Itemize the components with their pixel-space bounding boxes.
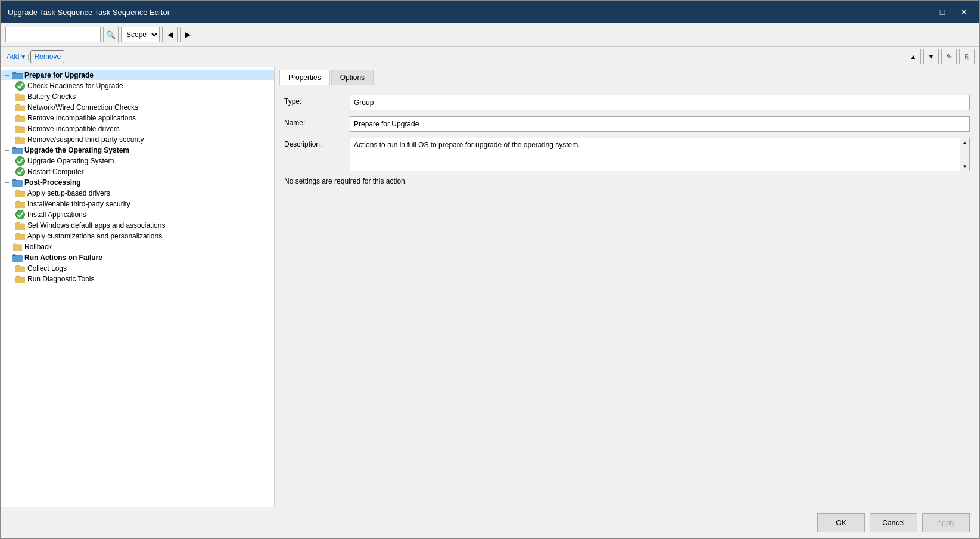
svg-point-0 [16, 82, 25, 91]
scroll-up-icon: ▲ [963, 140, 967, 145]
apply-button[interactable]: Apply [922, 513, 970, 532]
properties-area: Type: Name: Description: ▲ ▼ [275, 85, 979, 507]
folder-icon [15, 103, 26, 111]
back-button[interactable]: ◀ [162, 27, 178, 42]
name-label: Name: [284, 116, 350, 127]
check-icon [15, 82, 26, 90]
search-icon: 🔍 [106, 30, 116, 39]
type-label: Type: [284, 95, 350, 106]
main-window: Upgrade Task Sequence Task Sequence Edit… [0, 0, 980, 539]
folder-icon [15, 125, 26, 133]
action-bar-right: ▲ ▼ ✎ ⎘ [904, 49, 975, 64]
main-content: ─ Prepare for Upgrade Check Readiness fo… [1, 67, 979, 507]
action-bar: Add ▼ | Remove ▲ ▼ ✎ ⎘ [1, 47, 979, 67]
tab-options[interactable]: Options [331, 70, 374, 85]
close-button[interactable]: ✕ [956, 5, 972, 19]
minimize-button[interactable]: — [913, 5, 929, 19]
list-item[interactable]: Apply setup-based drivers [1, 188, 274, 199]
icon-btn-3[interactable]: ✎ [941, 49, 957, 64]
list-item[interactable]: Upgrade Operating System [1, 156, 274, 166]
item-label: Upgrade Operating System [27, 157, 114, 165]
list-item[interactable]: Set Windows default apps and association… [1, 220, 274, 231]
window-title: Upgrade Task Sequence Task Sequence Edit… [8, 8, 170, 17]
item-label: Set Windows default apps and association… [27, 221, 165, 230]
check-icon [15, 210, 26, 219]
move-up-button[interactable]: ▲ [906, 49, 921, 64]
move-up-icon: ▲ [910, 53, 917, 60]
folder-icon [15, 221, 26, 230]
folder-icon [12, 243, 23, 251]
remove-button[interactable]: Remove [30, 50, 64, 63]
tabs-bar: Properties Options [275, 67, 979, 85]
group-folder-icon [12, 146, 23, 154]
list-item[interactable]: Run Diagnostic Tools [1, 274, 274, 284]
list-item[interactable]: Network/Wired Connection Checks [1, 102, 274, 113]
item-label: Run Actions on Failure [24, 253, 102, 262]
search-button[interactable]: 🔍 [103, 27, 119, 42]
group-folder-icon [12, 253, 23, 262]
folder-icon [15, 200, 26, 208]
add-dropdown: Add ▼ [5, 51, 26, 62]
list-item[interactable]: Remove/suspend third-party security [1, 134, 274, 145]
list-item[interactable]: Install/enable third-party security [1, 199, 274, 209]
list-item[interactable]: Check Readiness for Upgrade [1, 80, 274, 91]
type-input[interactable] [350, 95, 970, 110]
list-item[interactable]: ─ Post-Processing [1, 177, 274, 188]
add-dropdown-arrow[interactable]: ▼ [20, 52, 26, 61]
scope-dropdown[interactable]: Scope [121, 27, 160, 42]
tab-properties[interactable]: Properties [279, 70, 330, 85]
scroll-down-icon: ▼ [963, 164, 967, 169]
check-icon [15, 168, 26, 176]
toolbar: 🔍 Scope ◀ ▶ [1, 23, 979, 47]
group-folder-icon [12, 178, 23, 187]
expand-icon: ─ [3, 146, 11, 154]
list-item[interactable]: ─ Upgrade the Operating System [1, 145, 274, 156]
description-wrapper: ▲ ▼ [350, 138, 970, 171]
list-item[interactable]: Install Applications [1, 209, 274, 220]
item-label: Remove incompatible applications [27, 114, 136, 122]
item-label: Collect Logs [27, 264, 67, 272]
description-scrollbar[interactable]: ▲ ▼ [960, 138, 970, 171]
list-item[interactable]: Battery Checks [1, 91, 274, 102]
name-row: Name: [284, 116, 970, 132]
folder-icon [15, 275, 26, 283]
item-label: Remove incompatible drivers [27, 125, 120, 133]
folder-icon [15, 114, 26, 122]
folder-icon [15, 92, 26, 101]
list-item[interactable]: Rollback [1, 241, 274, 252]
list-item[interactable]: Restart Computer [1, 166, 274, 177]
item-label: Check Readiness for Upgrade [27, 82, 123, 90]
right-panel: Properties Options Type: Name: Descripti… [275, 67, 979, 507]
restore-button[interactable]: □ [934, 5, 951, 19]
list-item[interactable]: ─ Prepare for Upgrade [1, 70, 274, 80]
item-label: Upgrade the Operating System [24, 146, 129, 154]
cancel-button[interactable]: Cancel [870, 513, 917, 532]
add-button[interactable]: Add [5, 51, 20, 62]
window-controls: — □ ✕ [913, 5, 972, 19]
list-item[interactable]: Apply customizations and personalization… [1, 231, 274, 241]
ok-button[interactable]: OK [817, 513, 865, 532]
list-item[interactable]: Remove incompatible drivers [1, 123, 274, 134]
description-row: Description: ▲ ▼ [284, 138, 970, 171]
item-label: Apply customizations and personalization… [27, 232, 162, 240]
name-input[interactable] [350, 116, 970, 132]
item-label: Remove/suspend third-party security [27, 135, 144, 144]
icon-btn-4[interactable]: ⎘ [959, 49, 975, 64]
item-label: Prepare for Upgrade [24, 71, 94, 79]
check-icon [15, 157, 26, 165]
list-item[interactable]: ─ Run Actions on Failure [1, 252, 274, 263]
expand-icon: ─ [3, 253, 11, 262]
item-label: Rollback [24, 243, 52, 251]
type-row: Type: [284, 95, 970, 110]
list-item[interactable]: Collect Logs [1, 263, 274, 274]
forward-button[interactable]: ▶ [180, 27, 195, 42]
search-input[interactable] [5, 27, 101, 42]
svg-point-2 [16, 168, 25, 176]
item-label: Restart Computer [27, 168, 84, 176]
move-down-button[interactable]: ▼ [923, 49, 939, 64]
description-label: Description: [284, 138, 350, 148]
description-textarea[interactable] [350, 138, 970, 171]
forward-icon: ▶ [185, 30, 191, 39]
list-item[interactable]: Remove incompatible applications [1, 113, 274, 123]
item-label: Battery Checks [27, 92, 76, 101]
